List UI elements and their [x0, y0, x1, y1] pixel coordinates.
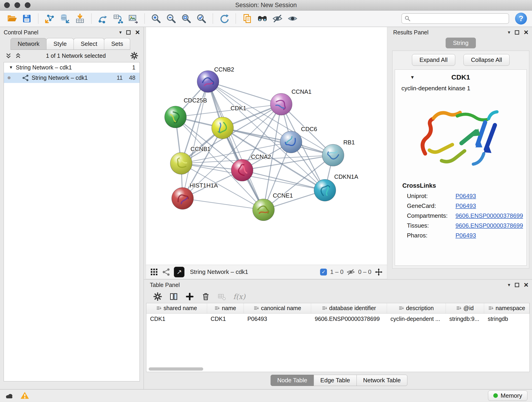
network-icon — [13, 75, 29, 81]
node-label-ccnb1: CCNB1 — [191, 146, 210, 152]
open-session-icon[interactable] — [5, 12, 18, 25]
delete-table-icon-disabled[interactable] — [217, 292, 226, 301]
network-status-dot — [7, 76, 11, 79]
cloud-icon[interactable] — [5, 391, 14, 400]
column-header-description[interactable]: description — [387, 303, 446, 313]
network-edge[interactable] — [183, 198, 264, 210]
grid-view-icon[interactable] — [150, 268, 158, 276]
function-builder-icon[interactable]: f(x) — [233, 293, 245, 301]
new-network-icon[interactable] — [96, 12, 109, 25]
network-node-ccne1[interactable] — [253, 199, 274, 221]
network-canvas[interactable]: CCNB2CCNA1CDC25BCDK1CDC6RB1CCNB1CCNA2CDK… — [146, 27, 387, 265]
maximize-panel-icon[interactable] — [515, 30, 519, 35]
hide-selected-icon[interactable] — [271, 12, 284, 25]
apply-layout-icon[interactable] — [218, 12, 231, 25]
tab-network[interactable]: Network — [11, 38, 46, 50]
network-edge-count: 48 — [129, 75, 135, 81]
maximize-panel-icon[interactable] — [126, 30, 131, 35]
import-network-file-icon[interactable] — [43, 12, 56, 25]
tab-style[interactable]: Style — [46, 38, 74, 50]
table-options-gear-icon[interactable] — [153, 292, 162, 301]
crosslink-link-genecard[interactable]: P06493 — [456, 202, 476, 210]
create-column-icon[interactable] — [185, 292, 194, 301]
crosslink-link-compartments[interactable]: 9606.ENSP00000378699 — [456, 212, 523, 219]
protein-description: cyclin-dependent kinase 1 — [395, 83, 526, 92]
delete-column-icon[interactable] — [201, 292, 210, 301]
import-network-database-icon[interactable] — [58, 12, 71, 25]
close-panel-icon[interactable]: × — [135, 29, 140, 35]
network-node-cdk1[interactable] — [212, 117, 234, 139]
collapse-all-networks-icon[interactable] — [15, 52, 22, 59]
detach-view-icon[interactable]: ↗ — [174, 267, 184, 277]
network-node-ccna2[interactable] — [231, 159, 253, 181]
first-neighbors-icon[interactable] — [256, 12, 269, 25]
network-node-hist1h1a[interactable] — [172, 187, 193, 209]
tab-node-table[interactable]: Node Table — [271, 375, 314, 386]
close-panel-icon[interactable]: × — [524, 282, 528, 288]
pan-crosshair-icon[interactable] — [375, 268, 383, 276]
tree-expand-caret-icon[interactable]: ▼ — [9, 65, 13, 70]
network-footer: ↗ String Network – cdk1 ✓ 1 – 0 0 – 0 — [146, 265, 387, 279]
export-image-icon[interactable] — [127, 12, 140, 25]
float-panel-icon[interactable]: ▾ — [508, 282, 510, 288]
table-toolbar: f(x) — [146, 290, 532, 303]
horizontal-scrollbar[interactable] — [149, 367, 203, 370]
minimize-window-button[interactable] — [14, 2, 20, 8]
network-collection-row[interactable]: ▼ String Network – cdk1 1 — [4, 62, 139, 73]
network-overview-icon[interactable] — [162, 268, 170, 276]
warning-icon[interactable] — [20, 391, 29, 400]
crosslink-link-pharos[interactable]: P06493 — [456, 232, 476, 239]
table-row[interactable]: CDK1CDK1P064939606.ENSP00000378699cyclin… — [146, 313, 530, 324]
network-edge[interactable] — [208, 82, 281, 104]
save-session-icon[interactable] — [20, 12, 33, 25]
network-node-cdc6[interactable] — [280, 131, 302, 153]
network-node-rb1[interactable] — [322, 144, 344, 166]
close-window-button[interactable] — [4, 2, 10, 8]
zoom-in-icon[interactable] — [149, 12, 163, 25]
new-network-from-table-icon[interactable] — [111, 12, 125, 25]
expand-all-networks-icon[interactable] — [5, 52, 12, 59]
hidden-elements-icon[interactable] — [347, 268, 355, 276]
selected-nodes-checkbox-icon[interactable]: ✓ — [320, 269, 327, 275]
column-header-namespace[interactable]: namespace — [484, 303, 530, 313]
network-node-cdc25b[interactable] — [165, 106, 186, 128]
close-panel-icon[interactable]: × — [524, 29, 528, 35]
collapse-all-button[interactable]: Collapse All — [463, 54, 510, 66]
import-table-icon[interactable] — [73, 12, 87, 25]
crosslink-link-tissues[interactable]: 9606.ENSP00000378699 — [456, 222, 523, 229]
tab-select[interactable]: Select — [74, 38, 104, 50]
help-icon[interactable]: ? — [515, 13, 527, 25]
network-tree: ▼ String Network – cdk1 1 String Network… — [4, 62, 140, 381]
network-edge[interactable] — [208, 82, 264, 210]
crosslink-link-uniprot[interactable]: P06493 — [456, 192, 476, 200]
network-node-cdkn1a[interactable] — [314, 179, 336, 201]
column-header-shared-name[interactable]: shared name — [146, 303, 207, 313]
memory-button[interactable]: Memory — [488, 390, 527, 401]
network-node-ccna1[interactable] — [270, 93, 292, 115]
zoom-selected-icon[interactable] — [195, 12, 208, 25]
show-columns-icon[interactable] — [169, 292, 178, 301]
expand-all-button[interactable]: Expand All — [412, 54, 455, 66]
network-row[interactable]: String Network – cdk1 11 48 — [4, 73, 139, 83]
column-header-database-identifier[interactable]: database identifier — [311, 303, 387, 313]
column-header-canonical-name[interactable]: canonical name — [244, 303, 311, 313]
show-all-icon[interactable] — [286, 12, 299, 25]
maximize-panel-icon[interactable] — [515, 283, 519, 287]
section-collapse-caret-icon[interactable]: ▼ — [410, 75, 415, 80]
tab-string[interactable]: String — [446, 38, 476, 48]
float-panel-icon[interactable]: ▾ — [508, 30, 510, 35]
search-input[interactable] — [413, 15, 506, 22]
column-header-id[interactable]: @id — [446, 303, 484, 313]
float-panel-icon[interactable]: ▾ — [119, 30, 122, 35]
tab-sets[interactable]: Sets — [104, 38, 130, 50]
zoom-out-icon[interactable] — [165, 12, 178, 25]
network-options-gear-icon[interactable] — [130, 51, 138, 60]
tab-edge-table[interactable]: Edge Table — [314, 375, 357, 386]
tab-network-table[interactable]: Network Table — [356, 375, 407, 386]
network-node-ccnb2[interactable] — [197, 70, 219, 92]
network-node-ccnb1[interactable] — [170, 153, 192, 174]
copy-document-icon[interactable] — [241, 12, 254, 25]
zoom-window-button[interactable] — [25, 2, 31, 8]
zoom-fit-icon[interactable] — [180, 12, 193, 25]
column-header-name[interactable]: name — [207, 303, 244, 313]
